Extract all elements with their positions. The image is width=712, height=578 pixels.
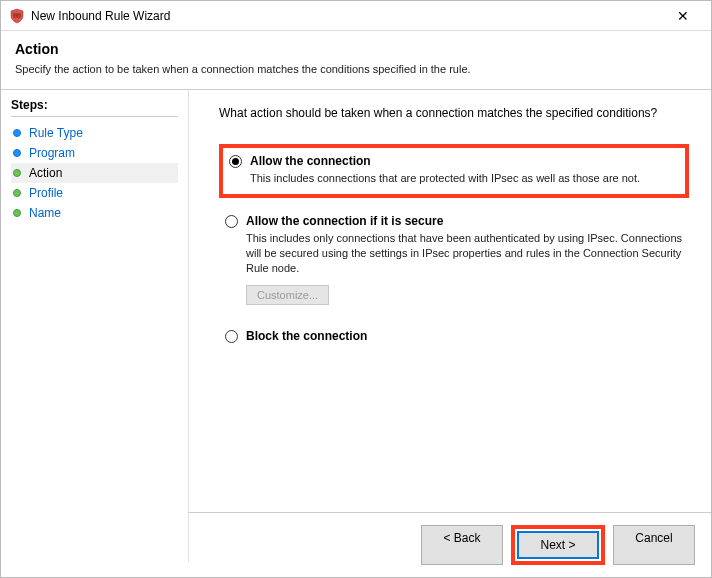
bullet-icon	[13, 149, 21, 157]
bullet-icon	[13, 189, 21, 197]
option-block: Block the connection	[219, 323, 689, 354]
steps-panel: Steps: Rule Type Program Action Profile …	[1, 90, 189, 562]
titlebar: New Inbound Rule Wizard ✕	[1, 1, 711, 31]
body: Steps: Rule Type Program Action Profile …	[1, 90, 711, 562]
customize-button: Customize...	[246, 285, 329, 305]
step-label: Program	[29, 146, 75, 160]
close-button[interactable]: ✕	[663, 8, 703, 24]
step-program[interactable]: Program	[11, 143, 178, 163]
option-allow-secure: Allow the connection if it is secure Thi…	[219, 208, 689, 314]
step-label: Rule Type	[29, 126, 83, 140]
back-button[interactable]: < Back	[421, 525, 503, 565]
step-name[interactable]: Name	[11, 203, 178, 223]
window-title: New Inbound Rule Wizard	[31, 9, 663, 23]
radio-allow-secure[interactable]	[225, 215, 238, 228]
wizard-dialog: New Inbound Rule Wizard ✕ Action Specify…	[0, 0, 712, 578]
step-rule-type[interactable]: Rule Type	[11, 123, 178, 143]
option-allow: Allow the connection This includes conne…	[219, 144, 689, 198]
bullet-icon	[13, 129, 21, 137]
next-button-highlight: Next >	[511, 525, 605, 565]
radio-block[interactable]	[225, 330, 238, 343]
next-button[interactable]: Next >	[517, 531, 599, 559]
steps-title: Steps:	[11, 98, 178, 117]
firewall-icon	[9, 8, 25, 24]
cancel-button[interactable]: Cancel	[613, 525, 695, 565]
option-title: Block the connection	[246, 329, 683, 343]
content-prompt: What action should be taken when a conne…	[219, 106, 689, 120]
page-subtitle: Specify the action to be taken when a co…	[15, 63, 697, 75]
option-title: Allow the connection if it is secure	[246, 214, 683, 228]
step-profile[interactable]: Profile	[11, 183, 178, 203]
step-label: Name	[29, 206, 61, 220]
option-desc: This includes only connections that have…	[246, 231, 683, 276]
step-label: Profile	[29, 186, 63, 200]
bullet-icon	[13, 209, 21, 217]
step-action[interactable]: Action	[11, 163, 178, 183]
radio-allow[interactable]	[229, 155, 242, 168]
header: Action Specify the action to be taken wh…	[1, 31, 711, 83]
footer: < Back Next > Cancel	[189, 512, 711, 577]
bullet-icon	[13, 169, 21, 177]
option-desc: This includes connections that are prote…	[250, 171, 679, 186]
option-title: Allow the connection	[250, 154, 679, 168]
content-panel: What action should be taken when a conne…	[189, 90, 711, 562]
step-label: Action	[29, 166, 62, 180]
page-title: Action	[15, 41, 697, 57]
